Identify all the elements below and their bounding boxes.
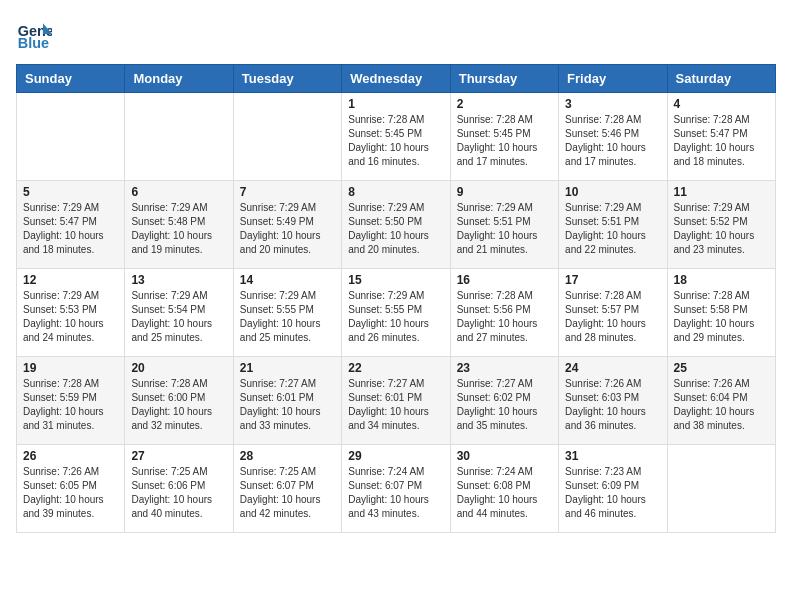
calendar-cell: 1Sunrise: 7:28 AM Sunset: 5:45 PM Daylig…	[342, 93, 450, 181]
day-info: Sunrise: 7:27 AM Sunset: 6:01 PM Dayligh…	[348, 377, 443, 433]
day-number: 31	[565, 449, 660, 463]
calendar-cell: 9Sunrise: 7:29 AM Sunset: 5:51 PM Daylig…	[450, 181, 558, 269]
calendar-cell: 14Sunrise: 7:29 AM Sunset: 5:55 PM Dayli…	[233, 269, 341, 357]
logo: General Blue	[16, 16, 52, 52]
day-number: 22	[348, 361, 443, 375]
day-number: 8	[348, 185, 443, 199]
day-number: 10	[565, 185, 660, 199]
calendar-cell: 25Sunrise: 7:26 AM Sunset: 6:04 PM Dayli…	[667, 357, 775, 445]
day-info: Sunrise: 7:29 AM Sunset: 5:50 PM Dayligh…	[348, 201, 443, 257]
day-number: 27	[131, 449, 226, 463]
day-number: 20	[131, 361, 226, 375]
day-info: Sunrise: 7:28 AM Sunset: 5:56 PM Dayligh…	[457, 289, 552, 345]
calendar-week-row: 26Sunrise: 7:26 AM Sunset: 6:05 PM Dayli…	[17, 445, 776, 533]
calendar-cell: 6Sunrise: 7:29 AM Sunset: 5:48 PM Daylig…	[125, 181, 233, 269]
day-info: Sunrise: 7:26 AM Sunset: 6:03 PM Dayligh…	[565, 377, 660, 433]
day-info: Sunrise: 7:29 AM Sunset: 5:47 PM Dayligh…	[23, 201, 118, 257]
calendar-cell: 17Sunrise: 7:28 AM Sunset: 5:57 PM Dayli…	[559, 269, 667, 357]
day-info: Sunrise: 7:28 AM Sunset: 5:45 PM Dayligh…	[348, 113, 443, 169]
day-info: Sunrise: 7:25 AM Sunset: 6:06 PM Dayligh…	[131, 465, 226, 521]
weekday-header: Friday	[559, 65, 667, 93]
day-info: Sunrise: 7:28 AM Sunset: 5:46 PM Dayligh…	[565, 113, 660, 169]
calendar-cell: 3Sunrise: 7:28 AM Sunset: 5:46 PM Daylig…	[559, 93, 667, 181]
day-number: 21	[240, 361, 335, 375]
calendar-cell: 28Sunrise: 7:25 AM Sunset: 6:07 PM Dayli…	[233, 445, 341, 533]
calendar-cell	[233, 93, 341, 181]
weekday-header: Saturday	[667, 65, 775, 93]
calendar-cell: 30Sunrise: 7:24 AM Sunset: 6:08 PM Dayli…	[450, 445, 558, 533]
calendar-cell	[125, 93, 233, 181]
calendar-cell: 8Sunrise: 7:29 AM Sunset: 5:50 PM Daylig…	[342, 181, 450, 269]
weekday-header: Monday	[125, 65, 233, 93]
calendar-cell	[667, 445, 775, 533]
calendar-cell: 16Sunrise: 7:28 AM Sunset: 5:56 PM Dayli…	[450, 269, 558, 357]
day-info: Sunrise: 7:29 AM Sunset: 5:54 PM Dayligh…	[131, 289, 226, 345]
day-info: Sunrise: 7:28 AM Sunset: 5:59 PM Dayligh…	[23, 377, 118, 433]
day-info: Sunrise: 7:29 AM Sunset: 5:49 PM Dayligh…	[240, 201, 335, 257]
day-info: Sunrise: 7:24 AM Sunset: 6:07 PM Dayligh…	[348, 465, 443, 521]
day-number: 9	[457, 185, 552, 199]
day-number: 25	[674, 361, 769, 375]
calendar-cell: 27Sunrise: 7:25 AM Sunset: 6:06 PM Dayli…	[125, 445, 233, 533]
weekday-header: Wednesday	[342, 65, 450, 93]
calendar-cell: 12Sunrise: 7:29 AM Sunset: 5:53 PM Dayli…	[17, 269, 125, 357]
logo-icon: General Blue	[16, 16, 52, 52]
day-info: Sunrise: 7:25 AM Sunset: 6:07 PM Dayligh…	[240, 465, 335, 521]
day-number: 29	[348, 449, 443, 463]
day-info: Sunrise: 7:26 AM Sunset: 6:05 PM Dayligh…	[23, 465, 118, 521]
day-number: 1	[348, 97, 443, 111]
calendar-cell: 24Sunrise: 7:26 AM Sunset: 6:03 PM Dayli…	[559, 357, 667, 445]
day-info: Sunrise: 7:29 AM Sunset: 5:53 PM Dayligh…	[23, 289, 118, 345]
calendar-cell: 10Sunrise: 7:29 AM Sunset: 5:51 PM Dayli…	[559, 181, 667, 269]
day-number: 19	[23, 361, 118, 375]
day-number: 3	[565, 97, 660, 111]
day-info: Sunrise: 7:23 AM Sunset: 6:09 PM Dayligh…	[565, 465, 660, 521]
day-number: 23	[457, 361, 552, 375]
page-header: General Blue	[16, 16, 776, 52]
day-number: 4	[674, 97, 769, 111]
weekday-header: Sunday	[17, 65, 125, 93]
day-info: Sunrise: 7:24 AM Sunset: 6:08 PM Dayligh…	[457, 465, 552, 521]
calendar-cell: 4Sunrise: 7:28 AM Sunset: 5:47 PM Daylig…	[667, 93, 775, 181]
day-number: 12	[23, 273, 118, 287]
day-info: Sunrise: 7:26 AM Sunset: 6:04 PM Dayligh…	[674, 377, 769, 433]
day-number: 15	[348, 273, 443, 287]
calendar-cell: 15Sunrise: 7:29 AM Sunset: 5:55 PM Dayli…	[342, 269, 450, 357]
day-number: 13	[131, 273, 226, 287]
day-info: Sunrise: 7:29 AM Sunset: 5:51 PM Dayligh…	[457, 201, 552, 257]
day-info: Sunrise: 7:28 AM Sunset: 6:00 PM Dayligh…	[131, 377, 226, 433]
calendar-cell: 11Sunrise: 7:29 AM Sunset: 5:52 PM Dayli…	[667, 181, 775, 269]
calendar-cell: 31Sunrise: 7:23 AM Sunset: 6:09 PM Dayli…	[559, 445, 667, 533]
day-info: Sunrise: 7:29 AM Sunset: 5:55 PM Dayligh…	[348, 289, 443, 345]
weekday-header: Thursday	[450, 65, 558, 93]
weekday-header: Tuesday	[233, 65, 341, 93]
day-number: 30	[457, 449, 552, 463]
day-number: 17	[565, 273, 660, 287]
day-number: 14	[240, 273, 335, 287]
calendar-cell: 26Sunrise: 7:26 AM Sunset: 6:05 PM Dayli…	[17, 445, 125, 533]
svg-text:Blue: Blue	[18, 35, 49, 51]
calendar-week-row: 12Sunrise: 7:29 AM Sunset: 5:53 PM Dayli…	[17, 269, 776, 357]
calendar-cell: 13Sunrise: 7:29 AM Sunset: 5:54 PM Dayli…	[125, 269, 233, 357]
day-number: 7	[240, 185, 335, 199]
calendar-cell: 19Sunrise: 7:28 AM Sunset: 5:59 PM Dayli…	[17, 357, 125, 445]
day-info: Sunrise: 7:27 AM Sunset: 6:02 PM Dayligh…	[457, 377, 552, 433]
calendar-week-row: 19Sunrise: 7:28 AM Sunset: 5:59 PM Dayli…	[17, 357, 776, 445]
day-info: Sunrise: 7:29 AM Sunset: 5:51 PM Dayligh…	[565, 201, 660, 257]
day-info: Sunrise: 7:29 AM Sunset: 5:48 PM Dayligh…	[131, 201, 226, 257]
calendar-cell: 2Sunrise: 7:28 AM Sunset: 5:45 PM Daylig…	[450, 93, 558, 181]
day-number: 26	[23, 449, 118, 463]
day-info: Sunrise: 7:29 AM Sunset: 5:52 PM Dayligh…	[674, 201, 769, 257]
day-number: 24	[565, 361, 660, 375]
day-number: 6	[131, 185, 226, 199]
day-info: Sunrise: 7:28 AM Sunset: 5:58 PM Dayligh…	[674, 289, 769, 345]
day-info: Sunrise: 7:28 AM Sunset: 5:57 PM Dayligh…	[565, 289, 660, 345]
calendar-cell: 20Sunrise: 7:28 AM Sunset: 6:00 PM Dayli…	[125, 357, 233, 445]
calendar-cell: 5Sunrise: 7:29 AM Sunset: 5:47 PM Daylig…	[17, 181, 125, 269]
calendar-cell: 7Sunrise: 7:29 AM Sunset: 5:49 PM Daylig…	[233, 181, 341, 269]
day-number: 16	[457, 273, 552, 287]
calendar-cell: 21Sunrise: 7:27 AM Sunset: 6:01 PM Dayli…	[233, 357, 341, 445]
day-number: 2	[457, 97, 552, 111]
calendar-cell: 29Sunrise: 7:24 AM Sunset: 6:07 PM Dayli…	[342, 445, 450, 533]
day-number: 28	[240, 449, 335, 463]
